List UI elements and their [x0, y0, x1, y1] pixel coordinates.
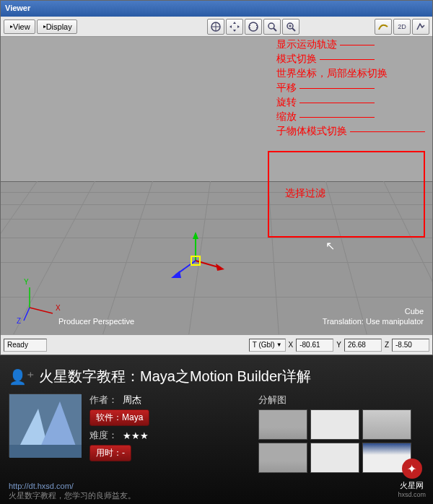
thumb-2[interactable] — [310, 409, 359, 440]
viewport-3d[interactable]: Y X Z Producer Perspective Cube Translat… — [1, 37, 432, 334]
thumb-5[interactable] — [310, 443, 359, 473]
statusbar: Ready T (Gbl) ▼ X -80.61 Y 26.68 Z -8.50 — [1, 334, 432, 355]
svg-line-5 — [292, 28, 295, 31]
trajectory-icon[interactable] — [375, 19, 392, 35]
annot-child: 子物体模式切换 — [276, 125, 347, 138]
axis-x-label: X — [56, 304, 61, 312]
world-axis-gizmo: Y X Z — [22, 282, 73, 334]
article-footer: http://dt.hxsd.com/ 火星数字教程，您学习的良师益友。 — [9, 482, 424, 501]
article-url[interactable]: http://dt.hxsd.com/ — [9, 482, 424, 490]
annot-scale: 缩放 — [276, 110, 297, 123]
axis-y-label: Y — [24, 278, 29, 286]
settings-icon[interactable] — [412, 19, 429, 35]
svg-line-14 — [30, 308, 53, 313]
annot-coord: 世界坐标，局部坐标切换 — [276, 67, 388, 80]
svg-line-3 — [274, 28, 276, 31]
toolbar: ▸ View ▸ Display 2D — [1, 17, 432, 37]
difficulty-stars: ★★★ — [123, 430, 149, 441]
pan-tool-icon[interactable] — [226, 19, 243, 35]
user-plus-icon: 👤⁺ — [9, 368, 35, 386]
annot-rotate: 旋转 — [276, 96, 297, 109]
annot-mode: 模式切换 — [276, 53, 317, 66]
annot-translate: 平移 — [276, 82, 297, 95]
thumb-4[interactable] — [258, 443, 307, 473]
window-titlebar: Viewer — [1, 1, 432, 17]
window-title: Viewer — [5, 4, 30, 12]
author-value: 周杰 — [123, 394, 141, 407]
mars-icon: ✦ — [402, 459, 422, 479]
article-title: 👤⁺ 火星数字教程：Maya之Motion Builder详解 — [9, 362, 424, 394]
mode-2d-icon[interactable]: 2D — [393, 19, 411, 35]
camera-label: Producer Perspective — [58, 317, 134, 326]
thumb-1[interactable] — [258, 409, 307, 440]
svg-point-1 — [249, 22, 258, 31]
software-pill: 软件：Maya — [89, 409, 149, 426]
brand-logo[interactable]: ✦ 火星网 hxsd.com — [398, 459, 426, 498]
status-ready: Ready — [4, 339, 47, 352]
article-thumbnail[interactable] — [9, 394, 81, 457]
svg-point-2 — [268, 23, 274, 29]
svg-marker-9 — [216, 264, 224, 271]
y-label: Y — [336, 341, 341, 349]
svg-line-15 — [24, 308, 30, 321]
author-label: 作者： — [89, 394, 123, 407]
zoom-fit-icon[interactable] — [282, 19, 299, 35]
thumb-3[interactable] — [362, 409, 411, 440]
time-pill: 用时：- — [89, 445, 131, 461]
z-value-field[interactable]: -8.50 — [392, 339, 429, 352]
difficulty-label: 难度： — [89, 429, 123, 442]
hint-label: Translation: Use manipulator — [323, 317, 424, 326]
svg-marker-7 — [193, 232, 198, 239]
axis-z-label: Z — [17, 317, 21, 325]
transform-mode-field[interactable]: T (Gbl) ▼ — [249, 339, 286, 352]
svg-rect-19 — [9, 445, 82, 458]
annot-trajectory: 显示运动轨迹 — [276, 38, 337, 51]
view-dropdown[interactable]: ▸ View — [4, 19, 35, 34]
manipulator-gizmo[interactable] — [167, 232, 224, 292]
x-value-field[interactable]: -80.61 — [296, 339, 333, 352]
meta-block: 作者：周杰 软件：Maya 难度：★★★ 用时：- — [89, 394, 149, 473]
z-label: Z — [385, 341, 389, 349]
article-panel: 👤⁺ 火星数字教程：Maya之Motion Builder详解 作者：周杰 软件… — [0, 355, 433, 504]
y-value-field[interactable]: 26.68 — [344, 339, 382, 352]
zoom-tool-icon[interactable] — [263, 19, 281, 35]
display-dropdown[interactable]: ▸ Display — [37, 19, 77, 34]
annot-filter: 选择过滤 — [285, 187, 325, 200]
nav-tool-icon[interactable] — [207, 19, 224, 35]
thumbs-title: 分解图 — [258, 394, 424, 407]
x-label: X — [289, 341, 294, 349]
article-tagline: 火星数字教程，您学习的良师益友。 — [9, 490, 424, 501]
selected-object-label: Cube — [405, 307, 424, 316]
svg-marker-11 — [171, 271, 181, 278]
orbit-tool-icon[interactable] — [245, 19, 262, 35]
